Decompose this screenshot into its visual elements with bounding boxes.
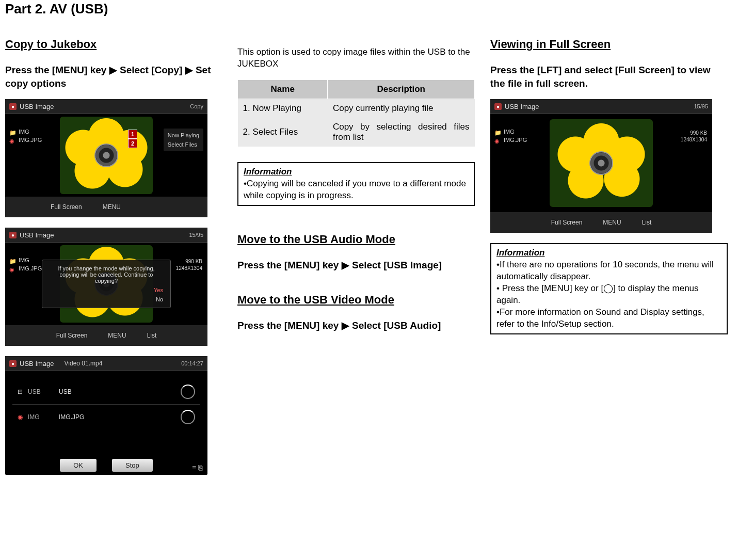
info-title: Information [496, 247, 721, 259]
ss2-folder: IMG [19, 256, 29, 264]
screenshot-full-screen: ● USB Image 15/95 📁IMG ◉IMG.JPG 990 KB 1… [490, 99, 712, 233]
info-title: Information [244, 166, 469, 178]
column-copy-to-jukebox: Copy to Jukebox Press the [MENU] key ▶ S… [5, 38, 222, 485]
intro-text: This option is used to copy image files … [237, 46, 475, 70]
info-box-copying: Information •Copying will be canceled if… [237, 162, 475, 206]
rec-badge: ● [9, 232, 17, 238]
rec-badge: ● [9, 360, 17, 367]
ss4-counter: 15/95 [694, 103, 708, 109]
ss3-video-name: Video 01.mp4 [65, 360, 103, 367]
row-img-name: IMG.JPG [59, 413, 84, 421]
dialog-yes[interactable]: Yes [154, 287, 163, 293]
screenshot-copy-dialog: ● USB Image 15/95 📁IMG ◉IMG.JPG 990 KB 1… [5, 228, 207, 346]
part-title: Part 2. AV (USB) [5, 0, 749, 17]
instruction-usb-image: Press the [MENU] key ▶ Select [USB Image… [237, 259, 475, 272]
table-row: 1. Now Playing Copy currently playing fi… [238, 99, 475, 118]
dialog-no[interactable]: No [156, 296, 163, 302]
th-name: Name [238, 79, 328, 99]
file-path-block: 📁IMG ◉IMG.JPG [9, 127, 42, 144]
info-line-1: •If there are no operations for 10 secon… [496, 259, 721, 283]
instruction-copy: Press the [MENU] key ▶ Select [Copy] ▶ S… [5, 63, 222, 90]
menu-select-files[interactable]: Select Files [168, 140, 199, 149]
cell-name-select-files: 2. Select Files [238, 118, 328, 147]
ss3-time: 00:14:27 [181, 360, 203, 366]
image-preview [60, 117, 153, 194]
callout-marker-2: 2 [128, 139, 137, 148]
ss2-title: USB Image [20, 231, 54, 239]
ss4-title: USB Image [505, 103, 539, 110]
heading-copy-to-jukebox: Copy to Jukebox [5, 38, 222, 51]
row-usb-label: USB [28, 388, 54, 395]
folder-icon: 📁 [9, 129, 15, 135]
confirm-dialog: If you change the mode while copying, co… [42, 260, 171, 308]
ss3-title: USB Image [20, 360, 54, 367]
ss2-foot-fullscreen[interactable]: Full Screen [56, 332, 88, 339]
instruction-full-screen: Press the [LFT] and select [Full Screen]… [490, 63, 728, 90]
file-meta: 990 KB 1248X1304 [176, 258, 202, 271]
instruction-usb-audio: Press the [MENU] key ▶ Select [USB Audio… [237, 319, 475, 332]
heading-viewing-full-screen: Viewing in Full Screen [490, 38, 728, 51]
cell-name-now-playing: 1. Now Playing [238, 99, 328, 118]
ss4-dims: 1248X1304 [681, 136, 707, 143]
ss1-foot-menu[interactable]: MENU [103, 203, 121, 211]
file-meta: 990 KB 1248X1304 [681, 130, 707, 143]
ss1-title: USB Image [20, 103, 54, 110]
ss2-dims: 1248X1304 [176, 265, 202, 271]
ss4-size: 990 KB [681, 130, 707, 136]
ss4-foot-menu[interactable]: MENU [603, 219, 621, 226]
folder-icon: 📁 [494, 129, 501, 135]
row-usb-name: USB [59, 388, 72, 395]
menu-now-playing[interactable]: Now Playing [168, 131, 199, 140]
ss2-size: 990 KB [176, 258, 202, 265]
spinner-icon [181, 410, 195, 424]
column-middle: This option is used to copy image files … [237, 38, 475, 485]
table-row: 2. Select Files Copy by selecting desire… [238, 118, 475, 147]
info-body: •Copying will be canceled if you move to… [244, 178, 469, 202]
rec-badge: ● [9, 103, 17, 110]
folder-icon: 📁 [9, 257, 15, 263]
image-preview [550, 119, 653, 207]
cell-desc-select-files: Copy by selecting desired files from lis… [328, 118, 475, 147]
info-line-2: • Press the [MENU] key or [◯] to display… [496, 283, 721, 307]
file-path-block: 📁IMG ◉IMG.JPG [494, 127, 527, 144]
ss2-file: IMG.JPG [19, 264, 42, 273]
th-desc: Description [328, 79, 475, 99]
row-img-label: IMG [28, 413, 54, 421]
ok-button[interactable]: OK [60, 459, 97, 472]
callout-marker-1: 1 [128, 130, 137, 139]
rec-badge: ● [494, 103, 502, 110]
dialog-text: If you change the mode while copying, co… [50, 265, 163, 284]
image-file-icon: ◉ [18, 413, 23, 421]
heading-usb-video-mode: Move to the USB Video Mode [237, 293, 475, 307]
ss2-foot-list[interactable]: List [147, 332, 157, 339]
ss4-file: IMG.JPG [504, 136, 527, 144]
progress-row-usb: ⊟ USB USB [12, 379, 200, 405]
progress-row-img: ◉ IMG IMG.JPG [12, 405, 200, 429]
ss4-foot-fullscreen[interactable]: Full Screen [551, 219, 583, 226]
options-table: Name Description 1. Now Playing Copy cur… [237, 79, 475, 147]
cell-desc-now-playing: Copy currently playing file [328, 99, 475, 118]
copy-options-popover: Now Playing Select Files [164, 129, 203, 151]
ss2-foot-menu[interactable]: MENU [108, 332, 126, 339]
ss4-folder: IMG [504, 127, 515, 136]
ss1-file: IMG.JPG [19, 136, 42, 144]
image-file-icon: ◉ [9, 265, 15, 271]
ss1-foot-fullscreen[interactable]: Full Screen [51, 203, 82, 211]
screenshot-copy-menu: ● USB Image Copy 📁IMG ◉IMG.JPG Now Playi… [5, 99, 207, 217]
screenshot-copy-progress: ● USB Image Video 01.mp4 00:14:27 ⊟ USB … [5, 356, 207, 475]
ss1-folder: IMG [19, 127, 29, 136]
ss2-counter: 15/95 [189, 232, 203, 238]
stop-button[interactable]: Stop [112, 459, 153, 472]
image-file-icon: ◉ [494, 137, 501, 143]
ss4-foot-list[interactable]: List [642, 219, 652, 226]
image-file-icon: ◉ [9, 137, 15, 143]
info-line-3: •For more information on Sound and Displ… [496, 307, 721, 330]
column-full-screen: Viewing in Full Screen Press the [LFT] a… [490, 38, 728, 485]
ss1-header-right: Copy [190, 103, 203, 109]
file-path-block: 📁IMG ◉IMG.JPG [9, 256, 42, 273]
spinner-icon [181, 385, 195, 399]
info-box-full-screen: Information •If there are no operations … [490, 243, 728, 334]
status-icons: ≡ ⎘ [192, 463, 202, 472]
heading-usb-audio-mode: Move to the USB Audio Mode [237, 233, 475, 246]
usb-icon: ⊟ [18, 388, 23, 395]
